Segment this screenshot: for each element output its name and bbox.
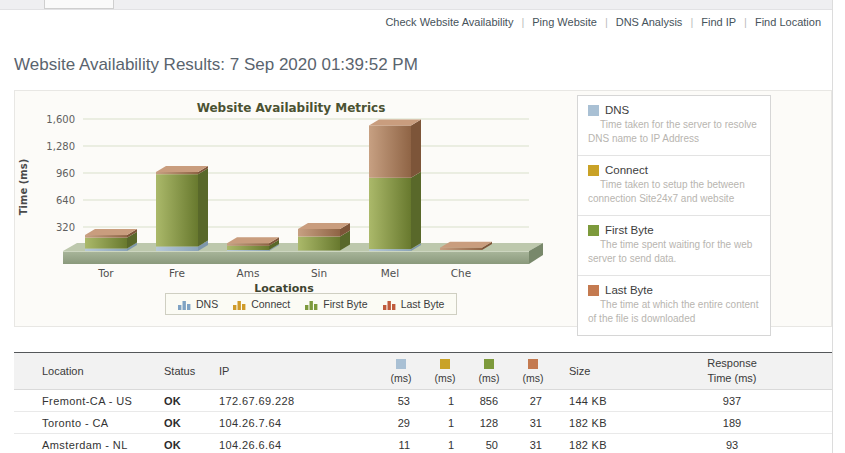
last-byte-ms-cell: 31 xyxy=(511,412,555,434)
chart-legend-item-last-byte[interactable]: Last Byte xyxy=(383,298,445,310)
nav-link-find-ip[interactable]: Find IP xyxy=(701,16,736,28)
metric-head: Connect xyxy=(588,164,760,176)
metric-item-dns: DNSTime taken for the server to resolve … xyxy=(578,96,770,155)
response-header-line2: Time (ms) xyxy=(707,372,756,384)
svg-text:Time (ms): Time (ms) xyxy=(18,159,29,215)
col-location: Location xyxy=(14,353,164,390)
col-ip: IP xyxy=(219,353,379,390)
nav-link-check-website-availability[interactable]: Check Website Availability xyxy=(385,16,513,28)
svg-text:Ams: Ams xyxy=(237,267,260,279)
first-byte-bars-icon xyxy=(305,298,318,310)
ms-unit-label: (ms) xyxy=(379,372,423,384)
location-cell: Fremont-CA - US xyxy=(14,390,164,412)
svg-text:960: 960 xyxy=(56,168,75,179)
table-header-row: Location Status IP (ms) (ms) (ms) (ms) S… xyxy=(14,353,832,390)
nav-separator: | xyxy=(521,16,524,28)
size-cell: 182 KB xyxy=(555,412,632,434)
nav-link-find-location[interactable]: Find Location xyxy=(755,16,821,28)
ip-cell: 104.26.7.64 xyxy=(219,412,379,434)
chart-legend-label: Connect xyxy=(251,298,290,310)
top-cutoff-strip xyxy=(0,0,833,10)
table-row: Toronto - CAOK104.26.7.6429112831182 KB1… xyxy=(14,412,832,434)
location-cell: Amsterdam - NL xyxy=(14,434,164,453)
dns-bars-icon xyxy=(178,298,191,310)
connect-ms-cell: 1 xyxy=(423,412,467,434)
last-byte-bars-icon xyxy=(383,298,396,310)
metric-head: DNS xyxy=(588,104,760,116)
last-byte-ms-cell: 31 xyxy=(511,434,555,453)
chart-legend-label: Last Byte xyxy=(401,298,445,310)
chart-legend-item-first-byte[interactable]: First Byte xyxy=(305,298,367,310)
col-last-byte-ms: (ms) xyxy=(511,353,555,390)
connect-ms-color-swatch xyxy=(440,359,450,369)
col-first-byte-ms: (ms) xyxy=(467,353,511,390)
svg-text:1,280: 1,280 xyxy=(46,141,75,152)
metric-title: DNS xyxy=(605,104,629,116)
response-header-line1: Response xyxy=(707,357,757,369)
status-cell: OK xyxy=(164,412,219,434)
results-table-wrap: Location Status IP (ms) (ms) (ms) (ms) S… xyxy=(14,352,832,453)
metric-title: Connect xyxy=(605,164,648,176)
metric-head: First Byte xyxy=(588,224,760,236)
nav-separator: | xyxy=(744,16,747,28)
top-cutoff-input xyxy=(44,0,114,9)
last-byte-ms-cell: 27 xyxy=(511,390,555,412)
chart-legend-item-dns[interactable]: DNS xyxy=(178,298,218,310)
col-dns-ms: (ms) xyxy=(379,353,423,390)
metric-description: Time taken for the server to resolve DNS… xyxy=(588,118,760,146)
first-byte-color-swatch xyxy=(588,225,599,236)
svg-text:Mel: Mel xyxy=(381,267,399,279)
svg-text:Che: Che xyxy=(451,267,471,279)
availability-bar-chart: 03206409601,2801,600Website Availability… xyxy=(15,91,575,321)
response-time-cell: 189 xyxy=(632,412,832,434)
chart-legend-label: DNS xyxy=(196,298,218,310)
page-title: Website Availability Results: 7 Sep 2020… xyxy=(14,55,418,75)
table-row: Amsterdam - NLOK104.26.6.641115031182 KB… xyxy=(14,434,832,453)
metric-head: Last Byte xyxy=(588,284,760,296)
last-byte-ms-color-swatch xyxy=(528,359,538,369)
first-byte-ms-cell: 856 xyxy=(467,390,511,412)
metric-item-first-byte: First ByteThe time spent waiting for the… xyxy=(578,215,770,275)
ms-unit-label: (ms) xyxy=(511,372,555,384)
last-byte-color-swatch xyxy=(588,285,599,296)
col-response-time: Response Time (ms) xyxy=(632,353,832,390)
dns-ms-cell: 53 xyxy=(379,390,423,412)
metric-description: The time at which the entire content of … xyxy=(588,298,760,326)
chart-section: 03206409601,2801,600Website Availability… xyxy=(14,90,832,327)
response-time-cell: 937 xyxy=(632,390,832,412)
top-nav: Check Website Availability|Ping Website|… xyxy=(385,16,821,28)
content-right-divider xyxy=(832,0,833,453)
ip-cell: 172.67.69.228 xyxy=(219,390,379,412)
connect-ms-cell: 1 xyxy=(423,434,467,453)
chart-legend-label: First Byte xyxy=(323,298,367,310)
response-time-cell: 93 xyxy=(632,434,832,453)
ms-unit-label: (ms) xyxy=(423,372,467,384)
location-cell: Toronto - CA xyxy=(14,412,164,434)
col-status: Status xyxy=(164,353,219,390)
metric-description: Time taken to setup the between connecti… xyxy=(588,178,760,206)
metric-description: The time spent waiting for the web serve… xyxy=(588,238,760,266)
connect-bars-icon xyxy=(233,298,246,310)
connect-color-swatch xyxy=(588,165,599,176)
size-cell: 182 KB xyxy=(555,434,632,453)
col-size: Size xyxy=(555,353,632,390)
size-cell: 144 KB xyxy=(555,390,632,412)
chart-legend: DNSConnectFirst ByteLast Byte xyxy=(165,293,457,315)
metric-description-panel: DNSTime taken for the server to resolve … xyxy=(577,95,771,336)
svg-text:1,600: 1,600 xyxy=(46,114,75,125)
table-row: Fremont-CA - USOK172.67.69.2285318562714… xyxy=(14,390,832,412)
status-cell: OK xyxy=(164,390,219,412)
svg-text:320: 320 xyxy=(56,222,75,233)
nav-link-dns-analysis[interactable]: DNS Analysis xyxy=(616,16,683,28)
chart-legend-item-connect[interactable]: Connect xyxy=(233,298,290,310)
first-byte-ms-cell: 128 xyxy=(467,412,511,434)
nav-separator: | xyxy=(605,16,608,28)
nav-link-ping-website[interactable]: Ping Website xyxy=(532,16,597,28)
svg-text:640: 640 xyxy=(56,195,75,206)
svg-text:Tor: Tor xyxy=(97,267,114,279)
svg-text:Website Availability Metrics: Website Availability Metrics xyxy=(197,101,386,115)
svg-text:Fre: Fre xyxy=(169,267,185,279)
metric-item-connect: ConnectTime taken to setup the between c… xyxy=(578,155,770,215)
metric-title: Last Byte xyxy=(605,284,653,296)
dns-ms-cell: 29 xyxy=(379,412,423,434)
